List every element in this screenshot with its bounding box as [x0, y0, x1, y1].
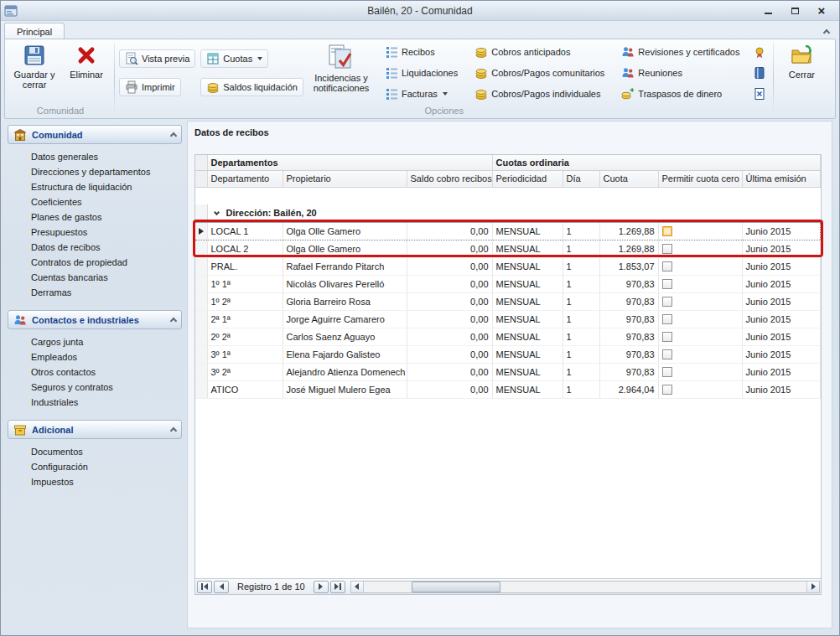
- sidebar-item[interactable]: Cuentas bancarias: [8, 270, 182, 285]
- cell-departamento[interactable]: 1º 1ª: [207, 275, 283, 292]
- guardar-y-cerrar-button[interactable]: Guardar y cerrar: [8, 40, 60, 102]
- cell-dia[interactable]: 1: [563, 240, 599, 257]
- ribbon-collapse-button[interactable]: [817, 24, 836, 38]
- cell-ultima-emision[interactable]: Junio 2015: [742, 257, 820, 275]
- cell-dia[interactable]: 1: [563, 380, 599, 398]
- cell-dia[interactable]: 1: [563, 363, 599, 380]
- traspasos-dinero-button[interactable]: Traspasos de dinero: [615, 85, 728, 103]
- cell-dia[interactable]: 1: [563, 328, 599, 345]
- eliminar-button[interactable]: Eliminar: [60, 40, 112, 102]
- sidebar-item[interactable]: Industriales: [8, 395, 182, 410]
- sidebar-item[interactable]: Empleados: [8, 349, 182, 365]
- vista-previa-button[interactable]: Vista previa: [119, 49, 195, 68]
- sidebar-item[interactable]: Coeficientes: [8, 194, 182, 209]
- table-row[interactable]: 2º 2ªCarlos Saenz Aguayo0,00MENSUAL1970,…: [195, 328, 821, 345]
- minimize-button[interactable]: [759, 4, 777, 18]
- cell-departamento[interactable]: ATICO: [207, 380, 283, 398]
- permitir-cuota-cero-checkbox[interactable]: [662, 332, 672, 342]
- cell-permitir-cuota-cero[interactable]: [658, 240, 742, 257]
- mini-export-button-1[interactable]: [750, 44, 769, 61]
- previous-record-button[interactable]: [214, 581, 229, 593]
- cell-periodicidad[interactable]: MENSUAL: [492, 222, 563, 240]
- cell-cuota[interactable]: 1.269,88: [599, 240, 658, 257]
- cell-saldo[interactable]: 0,00: [407, 275, 492, 292]
- cell-propietario[interactable]: Carlos Saenz Aguayo: [283, 328, 407, 345]
- cell-permitir-cuota-cero[interactable]: [658, 222, 742, 240]
- cell-cuota[interactable]: 1.853,07: [599, 257, 658, 275]
- incidencias-button[interactable]: Incidencias y notificaciones: [306, 40, 376, 102]
- cell-periodicidad[interactable]: MENSUAL: [492, 363, 563, 380]
- cell-departamento[interactable]: 3º 2ª: [207, 363, 283, 380]
- sidebar-header-comunidad[interactable]: Comunidad: [8, 125, 182, 144]
- column-header-dia[interactable]: Día: [563, 170, 599, 187]
- column-header-saldo-cobro-recibos[interactable]: Saldo cobro recibos: [407, 170, 492, 187]
- cell-propietario[interactable]: Alejandro Atienza Domenech: [283, 363, 407, 380]
- sidebar-header-adicional[interactable]: Adicional: [8, 420, 182, 439]
- cell-permitir-cuota-cero[interactable]: [658, 257, 742, 275]
- saldos-liquidacion-button[interactable]: Saldos liquidación: [200, 78, 303, 96]
- sidebar-item[interactable]: Otros contactos: [8, 365, 182, 380]
- cell-ultima-emision[interactable]: Junio 2015: [742, 345, 820, 363]
- cell-ultima-emision[interactable]: Junio 2015: [742, 240, 820, 257]
- cobros-pagos-individuales-button[interactable]: Cobros/Pagos individuales: [469, 85, 606, 103]
- sidebar-item[interactable]: Derramas: [8, 285, 182, 300]
- cell-cuota[interactable]: 1.269,88: [599, 222, 658, 240]
- cell-periodicidad[interactable]: MENSUAL: [492, 345, 563, 363]
- table-row[interactable]: 1º 1ªNicolás Olivares Perelló0,00MENSUAL…: [195, 275, 821, 292]
- sidebar-item[interactable]: Datos de recibos: [8, 240, 182, 255]
- horizontal-scrollbar[interactable]: [350, 581, 820, 593]
- cell-permitir-cuota-cero[interactable]: [658, 380, 742, 398]
- cell-dia[interactable]: 1: [563, 345, 599, 363]
- sidebar-item[interactable]: Seguros y contratos: [8, 380, 182, 395]
- permitir-cuota-cero-checkbox[interactable]: [662, 261, 672, 271]
- cell-propietario[interactable]: Gloria Barreiro Rosa: [283, 292, 407, 310]
- cell-permitir-cuota-cero[interactable]: [658, 310, 742, 328]
- collapse-arrow-icon[interactable]: [213, 209, 219, 215]
- band-header-departamentos[interactable]: Departamentos: [207, 155, 492, 170]
- scroll-left-button[interactable]: [351, 582, 364, 592]
- cell-saldo[interactable]: 0,00: [407, 240, 492, 257]
- cell-saldo[interactable]: 0,00: [407, 222, 492, 240]
- liquidaciones-button[interactable]: Liquidaciones: [379, 64, 464, 82]
- cell-ultima-emision[interactable]: Junio 2015: [742, 363, 820, 380]
- cell-cuota[interactable]: 970,83: [599, 310, 658, 328]
- table-row[interactable]: 1º 2ªGloria Barreiro Rosa0,00MENSUAL1970…: [195, 292, 821, 310]
- cell-saldo[interactable]: 0,00: [407, 363, 492, 380]
- group-row[interactable]: Dirección: Bailén, 20: [195, 204, 821, 222]
- sidebar-item[interactable]: Estructura de liquidación: [8, 179, 182, 194]
- table-row[interactable]: PRAL.Rafael Ferrando Pitarch0,00MENSUAL1…: [195, 257, 821, 275]
- cell-departamento[interactable]: LOCAL 2: [207, 240, 283, 257]
- cobros-anticipados-button[interactable]: Cobros anticipados: [469, 43, 576, 61]
- maximize-button[interactable]: [786, 4, 804, 18]
- cell-cuota[interactable]: 970,83: [599, 292, 658, 310]
- scrollbar-thumb[interactable]: [412, 582, 500, 592]
- sidebar-item[interactable]: Configuración: [8, 459, 182, 474]
- cell-periodicidad[interactable]: MENSUAL: [492, 257, 563, 275]
- table-row[interactable]: 2ª 1ªJorge Aguirre Camarero0,00MENSUAL19…: [195, 310, 821, 328]
- mini-export-button-2[interactable]: [750, 65, 769, 81]
- column-header-permitir-cuota-cero[interactable]: Permitir cuota cero: [658, 170, 742, 187]
- cell-propietario[interactable]: Olga Olle Gamero: [283, 222, 407, 240]
- sidebar-item[interactable]: Planes de gastos: [8, 209, 182, 225]
- cobros-pagos-comunitarios-button[interactable]: Cobros/Pagos comunitarios: [469, 64, 610, 82]
- cell-dia[interactable]: 1: [563, 222, 599, 240]
- cell-permitir-cuota-cero[interactable]: [658, 363, 742, 380]
- cell-saldo[interactable]: 0,00: [407, 345, 492, 363]
- permitir-cuota-cero-checkbox[interactable]: [662, 349, 672, 359]
- cell-dia[interactable]: 1: [563, 275, 599, 292]
- table-row[interactable]: ATICOJosé Miguel Mulero Egea0,00MENSUAL1…: [195, 380, 821, 398]
- cell-cuota[interactable]: 970,83: [599, 363, 658, 380]
- sidebar-item[interactable]: Datos generales: [8, 149, 182, 164]
- cell-cuota[interactable]: 970,83: [599, 275, 658, 292]
- cuotas-button[interactable]: Cuotas: [200, 49, 268, 68]
- cell-periodicidad[interactable]: MENSUAL: [492, 275, 563, 292]
- cell-periodicidad[interactable]: MENSUAL: [492, 380, 563, 398]
- cell-permitir-cuota-cero[interactable]: [658, 275, 742, 292]
- permitir-cuota-cero-checkbox[interactable]: [662, 226, 672, 236]
- first-record-button[interactable]: [197, 581, 212, 593]
- cell-propietario[interactable]: Jorge Aguirre Camarero: [283, 310, 407, 328]
- column-header-periodicidad[interactable]: Periodicidad: [492, 170, 563, 187]
- cell-departamento[interactable]: PRAL.: [207, 257, 283, 275]
- cell-propietario[interactable]: José Miguel Mulero Egea: [283, 380, 407, 398]
- cell-dia[interactable]: 1: [563, 257, 599, 275]
